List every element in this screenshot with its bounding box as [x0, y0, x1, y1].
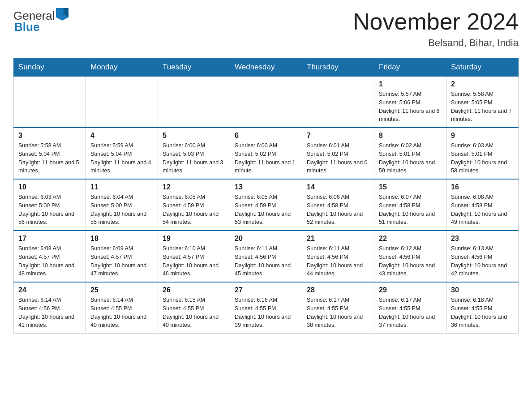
calendar-cell: [14, 77, 86, 128]
day-number: 22: [379, 235, 442, 243]
day-number: 2: [451, 80, 514, 88]
day-number: 20: [235, 235, 297, 243]
day-info: Sunrise: 5:57 AM Sunset: 5:06 PM Dayligh…: [379, 90, 442, 124]
calendar-cell: 20Sunrise: 6:11 AM Sunset: 4:56 PM Dayli…: [230, 231, 302, 282]
day-number: 17: [18, 235, 81, 243]
calendar-cell: 27Sunrise: 6:16 AM Sunset: 4:55 PM Dayli…: [230, 282, 302, 334]
day-number: 21: [307, 235, 369, 243]
day-info: Sunrise: 5:58 AM Sunset: 5:05 PM Dayligh…: [451, 90, 514, 124]
column-header-monday: Monday: [86, 58, 158, 77]
day-info: Sunrise: 5:59 AM Sunset: 5:04 PM Dayligh…: [90, 141, 153, 175]
day-number: 23: [451, 235, 514, 243]
column-header-friday: Friday: [374, 58, 446, 77]
day-number: 11: [90, 183, 153, 191]
day-number: 6: [235, 132, 297, 140]
day-info: Sunrise: 6:11 AM Sunset: 4:56 PM Dayligh…: [307, 244, 369, 278]
day-info: Sunrise: 6:06 AM Sunset: 4:58 PM Dayligh…: [307, 193, 369, 227]
day-info: Sunrise: 6:17 AM Sunset: 4:55 PM Dayligh…: [379, 296, 442, 330]
day-number: 4: [90, 132, 153, 140]
day-number: 3: [18, 132, 81, 140]
calendar-cell: 3Sunrise: 5:58 AM Sunset: 5:04 PM Daylig…: [14, 128, 86, 179]
day-number: 12: [163, 183, 225, 191]
day-info: Sunrise: 6:16 AM Sunset: 4:55 PM Dayligh…: [235, 296, 297, 330]
week-row-3: 10Sunrise: 6:03 AM Sunset: 5:00 PM Dayli…: [14, 179, 519, 231]
page-header: General Blue November 2024 Belsand, Biha…: [13, 9, 519, 49]
day-number: 24: [18, 286, 81, 294]
calendar-cell: 25Sunrise: 6:14 AM Sunset: 4:55 PM Dayli…: [86, 282, 158, 334]
calendar-cell: 12Sunrise: 6:05 AM Sunset: 4:59 PM Dayli…: [158, 179, 230, 231]
day-number: 28: [307, 286, 369, 294]
calendar-cell: 19Sunrise: 6:10 AM Sunset: 4:57 PM Dayli…: [158, 231, 230, 282]
calendar-cell: 17Sunrise: 6:08 AM Sunset: 4:57 PM Dayli…: [14, 231, 86, 282]
day-number: 30: [451, 286, 514, 294]
calendar-cell: 16Sunrise: 6:08 AM Sunset: 4:58 PM Dayli…: [446, 179, 519, 231]
title-section: November 2024 Belsand, Bihar, India: [353, 9, 519, 49]
day-info: Sunrise: 6:02 AM Sunset: 5:01 PM Dayligh…: [379, 141, 442, 175]
calendar-cell: 30Sunrise: 6:18 AM Sunset: 4:55 PM Dayli…: [446, 282, 519, 334]
day-number: 14: [307, 183, 369, 191]
day-info: Sunrise: 6:14 AM Sunset: 4:56 PM Dayligh…: [18, 296, 81, 330]
calendar-cell: 1Sunrise: 5:57 AM Sunset: 5:06 PM Daylig…: [374, 77, 446, 128]
day-number: 29: [379, 286, 442, 294]
day-info: Sunrise: 6:03 AM Sunset: 5:01 PM Dayligh…: [451, 141, 514, 175]
week-row-1: 1Sunrise: 5:57 AM Sunset: 5:06 PM Daylig…: [14, 77, 519, 128]
day-number: 15: [379, 183, 442, 191]
calendar-title: November 2024: [353, 9, 519, 34]
week-row-4: 17Sunrise: 6:08 AM Sunset: 4:57 PM Dayli…: [14, 231, 519, 282]
calendar-cell: 6Sunrise: 6:00 AM Sunset: 5:02 PM Daylig…: [230, 128, 302, 179]
day-number: 18: [90, 235, 153, 243]
day-info: Sunrise: 6:00 AM Sunset: 5:03 PM Dayligh…: [163, 141, 225, 175]
day-info: Sunrise: 6:08 AM Sunset: 4:58 PM Dayligh…: [451, 193, 514, 227]
column-header-saturday: Saturday: [446, 58, 519, 77]
day-info: Sunrise: 6:00 AM Sunset: 5:02 PM Dayligh…: [235, 141, 297, 175]
day-number: 19: [163, 235, 225, 243]
day-info: Sunrise: 6:03 AM Sunset: 5:00 PM Dayligh…: [18, 193, 81, 227]
day-number: 27: [235, 286, 297, 294]
calendar-cell: [230, 77, 302, 128]
header-row: SundayMondayTuesdayWednesdayThursdayFrid…: [14, 58, 519, 77]
calendar-cell: 7Sunrise: 6:01 AM Sunset: 5:02 PM Daylig…: [302, 128, 374, 179]
day-info: Sunrise: 5:58 AM Sunset: 5:04 PM Dayligh…: [18, 141, 81, 175]
day-number: 25: [90, 286, 153, 294]
column-header-sunday: Sunday: [14, 58, 86, 77]
calendar-cell: 29Sunrise: 6:17 AM Sunset: 4:55 PM Dayli…: [374, 282, 446, 334]
day-info: Sunrise: 6:09 AM Sunset: 4:57 PM Dayligh…: [90, 244, 153, 278]
day-number: 13: [235, 183, 297, 191]
day-number: 16: [451, 183, 514, 191]
calendar-cell: 18Sunrise: 6:09 AM Sunset: 4:57 PM Dayli…: [86, 231, 158, 282]
calendar-cell: 4Sunrise: 5:59 AM Sunset: 5:04 PM Daylig…: [86, 128, 158, 179]
column-header-tuesday: Tuesday: [158, 58, 230, 77]
calendar-cell: [158, 77, 230, 128]
day-info: Sunrise: 6:05 AM Sunset: 4:59 PM Dayligh…: [235, 193, 297, 227]
day-info: Sunrise: 6:12 AM Sunset: 4:56 PM Dayligh…: [379, 244, 442, 278]
week-row-2: 3Sunrise: 5:58 AM Sunset: 5:04 PM Daylig…: [14, 128, 519, 179]
day-info: Sunrise: 6:08 AM Sunset: 4:57 PM Dayligh…: [18, 244, 81, 278]
column-header-wednesday: Wednesday: [230, 58, 302, 77]
day-number: 1: [379, 80, 442, 88]
day-info: Sunrise: 6:04 AM Sunset: 5:00 PM Dayligh…: [90, 193, 153, 227]
calendar-cell: 9Sunrise: 6:03 AM Sunset: 5:01 PM Daylig…: [446, 128, 519, 179]
day-info: Sunrise: 6:11 AM Sunset: 4:56 PM Dayligh…: [235, 244, 297, 278]
calendar-cell: 24Sunrise: 6:14 AM Sunset: 4:56 PM Dayli…: [14, 282, 86, 334]
day-info: Sunrise: 6:17 AM Sunset: 4:55 PM Dayligh…: [307, 296, 369, 330]
calendar-cell: 14Sunrise: 6:06 AM Sunset: 4:58 PM Dayli…: [302, 179, 374, 231]
day-info: Sunrise: 6:15 AM Sunset: 4:55 PM Dayligh…: [163, 296, 225, 330]
logo: General Blue: [13, 9, 69, 34]
column-header-thursday: Thursday: [302, 58, 374, 77]
calendar-table: SundayMondayTuesdayWednesdayThursdayFrid…: [13, 58, 519, 334]
logo-blue-text: Blue: [14, 20, 39, 34]
calendar-cell: 22Sunrise: 6:12 AM Sunset: 4:56 PM Dayli…: [374, 231, 446, 282]
calendar-cell: 23Sunrise: 6:13 AM Sunset: 4:56 PM Dayli…: [446, 231, 519, 282]
day-info: Sunrise: 6:01 AM Sunset: 5:02 PM Dayligh…: [307, 141, 369, 175]
day-info: Sunrise: 6:05 AM Sunset: 4:59 PM Dayligh…: [163, 193, 225, 227]
day-info: Sunrise: 6:14 AM Sunset: 4:55 PM Dayligh…: [90, 296, 153, 330]
calendar-cell: 11Sunrise: 6:04 AM Sunset: 5:00 PM Dayli…: [86, 179, 158, 231]
calendar-cell: [86, 77, 158, 128]
day-info: Sunrise: 6:10 AM Sunset: 4:57 PM Dayligh…: [163, 244, 225, 278]
calendar-cell: 2Sunrise: 5:58 AM Sunset: 5:05 PM Daylig…: [446, 77, 519, 128]
calendar-cell: 21Sunrise: 6:11 AM Sunset: 4:56 PM Dayli…: [302, 231, 374, 282]
calendar-cell: 5Sunrise: 6:00 AM Sunset: 5:03 PM Daylig…: [158, 128, 230, 179]
calendar-cell: 26Sunrise: 6:15 AM Sunset: 4:55 PM Dayli…: [158, 282, 230, 334]
calendar-cell: [302, 77, 374, 128]
week-row-5: 24Sunrise: 6:14 AM Sunset: 4:56 PM Dayli…: [14, 282, 519, 334]
